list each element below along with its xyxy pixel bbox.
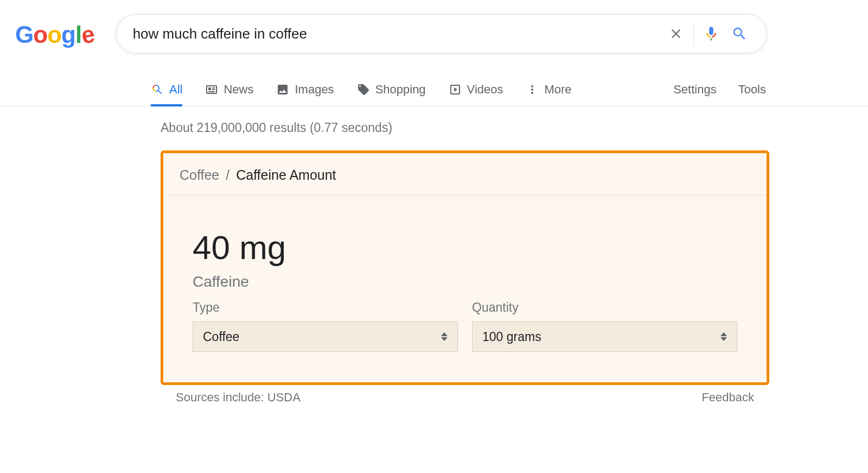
search-bar-container [116, 14, 767, 53]
content: About 219,000,000 results (0.77 seconds)… [0, 106, 868, 405]
breadcrumb-first[interactable]: Coffee [180, 167, 219, 183]
divider [693, 23, 694, 45]
answer-body: 40 mg Caffeine Type Coffee Quantity 100 … [163, 195, 767, 382]
tab-shopping-label: Shopping [375, 83, 426, 97]
quantity-select[interactable]: 100 grams [472, 321, 737, 352]
quantity-label: Quantity [472, 300, 737, 315]
search-icons [662, 22, 754, 46]
type-select-value: Coffee [203, 330, 239, 344]
sources-text: Sources include: USDA [176, 390, 301, 405]
tab-all[interactable]: All [151, 73, 182, 106]
type-label: Type [193, 300, 458, 315]
tools-link[interactable]: Tools [738, 83, 766, 97]
result-stats: About 219,000,000 results (0.77 seconds) [161, 121, 776, 135]
search-bar [116, 14, 767, 53]
answer-sub: Caffeine [193, 273, 737, 291]
quantity-select-value: 100 grams [482, 330, 541, 344]
videos-icon [449, 83, 462, 96]
tab-news-label: News [224, 83, 253, 97]
tab-more[interactable]: More [526, 73, 571, 106]
settings-link[interactable]: Settings [673, 83, 717, 97]
tab-images[interactable]: Images [276, 73, 334, 106]
tab-news[interactable]: News [205, 73, 253, 106]
tab-videos-label: Videos [467, 83, 503, 97]
tab-images-label: Images [295, 83, 334, 97]
google-logo[interactable]: Google [15, 21, 94, 48]
search-icon[interactable] [725, 22, 754, 46]
dropdown-row: Type Coffee Quantity 100 grams [193, 300, 737, 352]
type-column: Type Coffee [193, 300, 458, 352]
header: Google [0, 0, 868, 53]
search-multicolor-icon [151, 83, 164, 96]
tab-more-label: More [544, 83, 571, 97]
breadcrumb: Coffee / Caffeine Amount [163, 153, 767, 195]
tab-videos[interactable]: Videos [449, 73, 503, 106]
breadcrumb-separator: / [226, 167, 229, 183]
tab-all-label: All [169, 83, 182, 97]
tabs: All News Images Shopping Videos More [151, 73, 673, 106]
type-select[interactable]: Coffee [193, 321, 458, 352]
quantity-column: Quantity 100 grams [472, 300, 737, 352]
images-icon [276, 83, 289, 96]
breadcrumb-second: Caffeine Amount [236, 167, 336, 183]
answer-value: 40 mg [193, 228, 737, 267]
answer-box: Coffee / Caffeine Amount 40 mg Caffeine … [161, 150, 769, 385]
answer-footer: Sources include: USDA Feedback [161, 385, 769, 405]
more-icon [526, 83, 539, 96]
feedback-link[interactable]: Feedback [701, 390, 754, 405]
clear-icon[interactable] [662, 22, 690, 46]
news-icon [205, 83, 218, 96]
select-caret-icon [441, 332, 448, 341]
tab-shopping[interactable]: Shopping [357, 73, 426, 106]
search-input[interactable] [133, 26, 662, 42]
tabs-row: All News Images Shopping Videos More Set… [0, 73, 868, 106]
right-tools: Settings Tools [673, 83, 868, 97]
shopping-icon [357, 83, 370, 96]
mic-icon[interactable] [697, 22, 725, 46]
select-caret-icon [720, 332, 727, 341]
